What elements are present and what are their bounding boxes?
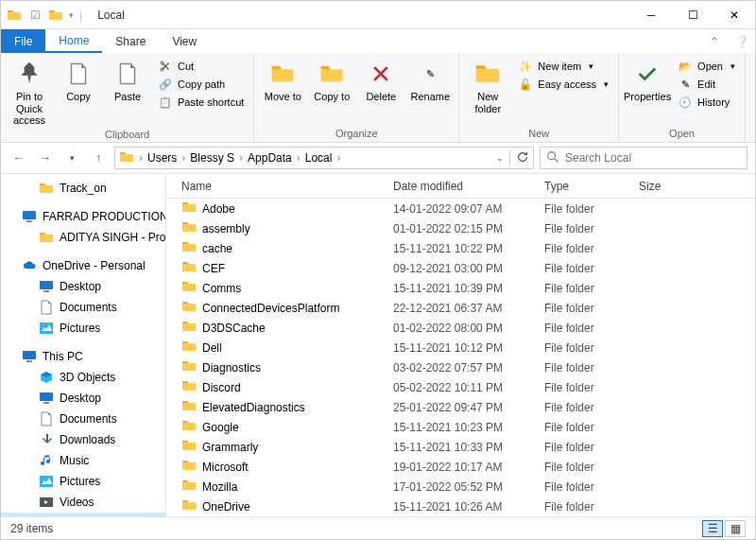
close-button[interactable]: ✕	[713, 1, 755, 29]
breadcrumb-item[interactable]: Local	[305, 151, 333, 165]
file-date: 05-02-2022 10:11 PM	[393, 381, 544, 394]
table-row[interactable]: Comms15-11-2021 10:39 PMFile folder	[166, 278, 755, 298]
nav-farrad[interactable]: FARRAD PRODUCTION	[1, 206, 165, 227]
chevron-right-icon[interactable]: ›	[236, 151, 246, 165]
table-row[interactable]: OneDrive15-11-2021 10:26 AMFile folder	[166, 496, 755, 516]
chevron-right-icon[interactable]: ›	[179, 151, 188, 165]
breadcrumb-item[interactable]: Users	[147, 151, 177, 165]
table-row[interactable]: Mozilla17-01-2022 05:52 PMFile folder	[166, 477, 755, 496]
nav-od-documents[interactable]: Documents	[1, 297, 165, 318]
navigation-pane[interactable]: Track_on FARRAD PRODUCTION ADITYA SINGH …	[1, 174, 166, 516]
qat-chevron-icon[interactable]: ▾	[69, 10, 74, 20]
tab-file[interactable]: File	[1, 29, 45, 53]
invert-selection-button[interactable]: ◪Invert selection	[751, 94, 756, 111]
ribbon-collapse-icon[interactable]: ⌃	[700, 29, 729, 53]
search-box[interactable]	[540, 147, 747, 169]
table-row[interactable]: Microsoft19-01-2022 10:17 AMFile folder	[166, 457, 755, 477]
refresh-button[interactable]	[516, 150, 529, 166]
table-row[interactable]: assembly01-01-2022 02:15 PMFile folder	[166, 218, 755, 238]
file-name: Dell	[202, 341, 222, 355]
file-name: Mozilla	[202, 480, 237, 494]
breadcrumb-item[interactable]: AppData	[248, 151, 292, 165]
new-folder-button[interactable]: New folder	[465, 56, 510, 114]
tab-home[interactable]: Home	[45, 29, 102, 53]
nav-od-pictures[interactable]: Pictures	[1, 318, 165, 339]
back-button[interactable]: ←	[9, 148, 29, 168]
nav-this-pc[interactable]: This PC	[1, 346, 165, 367]
copy-path-button[interactable]: 🔗Copy path	[154, 76, 248, 93]
table-row[interactable]: cache15-11-2021 10:22 PMFile folder	[166, 238, 755, 258]
edit-button[interactable]: ✎Edit	[674, 76, 739, 93]
nav-pc-downloads[interactable]: Downloads	[1, 429, 165, 450]
nav-pc-videos[interactable]: Videos	[1, 492, 165, 513]
table-row[interactable]: Adobe14-01-2022 09:07 AMFile folder	[166, 199, 755, 218]
help-icon[interactable]: ❔	[729, 29, 755, 53]
table-row[interactable]: Grammarly15-11-2021 10:33 PMFile folder	[166, 437, 755, 457]
delete-button[interactable]: Delete	[358, 56, 404, 103]
table-row[interactable]: ElevatedDiagnostics25-01-2022 09:47 PMFi…	[166, 397, 755, 417]
breadcrumb-item[interactable]: Blessy S	[190, 151, 234, 165]
paste-button[interactable]: Paste	[105, 56, 150, 103]
paste-shortcut-button[interactable]: 📋Paste shortcut	[154, 94, 248, 111]
forward-button[interactable]: →	[35, 148, 56, 168]
nav-pc-documents[interactable]: Documents	[1, 409, 165, 429]
minimize-button[interactable]: ─	[630, 1, 672, 29]
new-item-button[interactable]: ✨New item▾	[514, 58, 612, 75]
chevron-right-icon[interactable]: ›	[136, 151, 146, 165]
copy-button[interactable]: Copy	[56, 56, 101, 103]
qat-dropdown-icon[interactable]	[48, 8, 63, 23]
pin-to-quick-access-button[interactable]: Pin to Quick access	[7, 56, 52, 127]
col-date[interactable]: Date modified	[393, 180, 544, 193]
monitor-icon	[22, 209, 37, 224]
chevron-right-icon[interactable]: ›	[294, 151, 303, 165]
table-row[interactable]: D3DSCache01-02-2022 08:00 PMFile folder	[166, 318, 755, 338]
tab-share[interactable]: Share	[102, 29, 159, 53]
table-row[interactable]: Diagnostics03-02-2022 07:57 PMFile folde…	[166, 357, 755, 377]
details-view-button[interactable]: ☰	[702, 520, 723, 537]
file-name: OneDrive	[202, 500, 250, 514]
nav-3d-objects[interactable]: 3D Objects	[1, 367, 165, 388]
file-date: 01-02-2022 08:00 PM	[393, 322, 544, 335]
qat-toggle-icon[interactable]: ☑	[27, 8, 43, 23]
chevron-right-icon[interactable]: ›	[334, 151, 343, 165]
open-button[interactable]: 📂Open▾	[674, 58, 739, 75]
file-name: Microsoft	[202, 461, 249, 474]
tab-view[interactable]: View	[159, 29, 210, 53]
file-rows[interactable]: Adobe14-01-2022 09:07 AMFile folderassem…	[166, 199, 755, 516]
folder-icon	[181, 418, 197, 436]
up-button[interactable]: ↑	[88, 148, 109, 168]
properties-button[interactable]: Properties	[625, 56, 670, 103]
col-size[interactable]: Size	[639, 180, 755, 193]
breadcrumb[interactable]: › Users› Blessy S› AppData› Local› ⌄	[114, 147, 534, 169]
move-to-button[interactable]: Move to	[260, 56, 305, 103]
select-none-button[interactable]: ☐Select none	[751, 76, 756, 93]
cut-button[interactable]: Cut	[154, 58, 248, 75]
table-row[interactable]: CEF09-12-2021 03:00 PMFile folder	[166, 258, 755, 278]
nav-pc-desktop[interactable]: Desktop	[1, 388, 165, 409]
select-all-button[interactable]: ☑Select all	[751, 58, 756, 75]
nav-od-desktop[interactable]: Desktop	[1, 276, 165, 297]
icons-view-button[interactable]: ▦	[725, 520, 746, 537]
maximize-button[interactable]: ☐	[672, 1, 713, 29]
recent-button[interactable]: ▾	[61, 148, 82, 168]
table-row[interactable]: ConnectedDevicesPlatform22-12-2021 06:37…	[166, 298, 755, 318]
table-row[interactable]: Google15-11-2021 10:23 PMFile folder	[166, 417, 755, 437]
rename-button[interactable]: ✎Rename	[407, 56, 453, 103]
easy-access-button[interactable]: 🔓Easy access▾	[514, 76, 612, 93]
file-name: assembly	[202, 222, 250, 235]
titlebar: ☑ ▾ | Local ─ ☐ ✕	[1, 1, 755, 29]
col-type[interactable]: Type	[544, 180, 639, 193]
history-button[interactable]: 🕘History	[674, 94, 739, 111]
nav-pc-music[interactable]: Music	[1, 450, 165, 471]
nav-track-on[interactable]: Track_on	[1, 178, 165, 199]
addr-dropdown-icon[interactable]: ⌄	[496, 153, 504, 163]
file-type: File folder	[544, 262, 639, 275]
search-input[interactable]	[565, 151, 741, 165]
nav-aditya[interactable]: ADITYA SINGH - Proo	[1, 227, 165, 248]
nav-onedrive[interactable]: OneDrive - Personal	[1, 255, 165, 276]
col-name[interactable]: Name	[166, 180, 393, 193]
table-row[interactable]: Discord05-02-2022 10:11 PMFile folder	[166, 377, 755, 397]
table-row[interactable]: Dell15-11-2021 10:12 PMFile folder	[166, 338, 755, 357]
copy-to-button[interactable]: Copy to	[309, 56, 354, 103]
nav-pc-pictures[interactable]: Pictures	[1, 471, 165, 492]
